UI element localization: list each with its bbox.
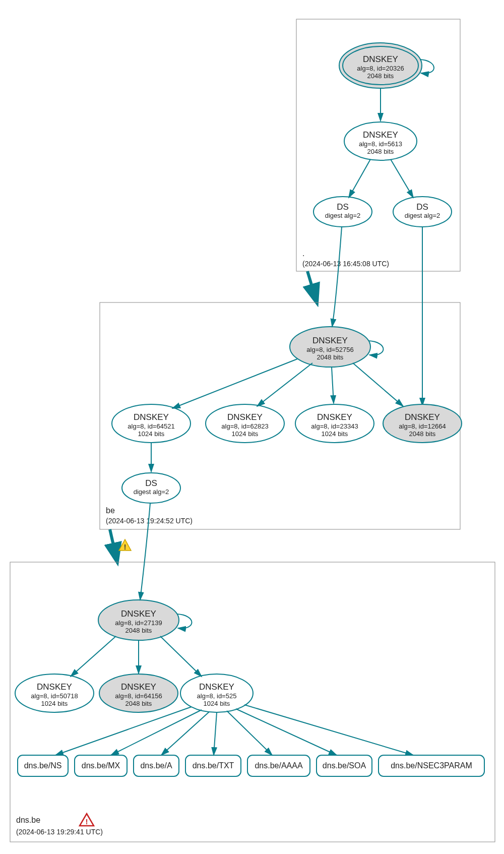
record-a: dns.be/A xyxy=(134,755,179,776)
svg-text:dns.be/SOA: dns.be/SOA xyxy=(323,761,366,770)
edge-root-zsk-ds1 xyxy=(349,159,370,198)
node-be-k2: DNSKEY alg=8, id=62823 1024 bits xyxy=(206,404,284,443)
svg-text:!: ! xyxy=(86,818,88,826)
svg-text:DNSKEY: DNSKEY xyxy=(121,609,156,619)
svg-text:dns.be/NSEC3PARAM: dns.be/NSEC3PARAM xyxy=(391,761,472,770)
edge-ds1-beksk xyxy=(332,227,342,327)
edge-dnsksk-k1 xyxy=(71,636,116,677)
svg-text:alg=8, id=525: alg=8, id=525 xyxy=(197,692,237,700)
svg-text:DNSKEY: DNSKEY xyxy=(363,130,398,140)
node-root-ds2: DS digest alg=2 xyxy=(393,197,452,227)
svg-text:alg=8, id=62823: alg=8, id=62823 xyxy=(221,422,268,430)
svg-text:alg=8, id=23343: alg=8, id=23343 xyxy=(311,422,358,430)
svg-text:1024 bits: 1024 bits xyxy=(322,430,348,438)
edge-deleg-be-dnsbe xyxy=(110,529,117,561)
zone-dnsbe: dns.be (2024-06-13 19:29:41 UTC) ! DNSKE… xyxy=(10,503,495,842)
svg-text:DS: DS xyxy=(145,478,157,488)
edge-k3-txt xyxy=(214,712,217,755)
node-root-zsk: DNSKEY alg=8, id=5613 2048 bits xyxy=(344,122,417,160)
svg-text:DS: DS xyxy=(416,202,428,212)
svg-text:2048 bits: 2048 bits xyxy=(409,430,436,438)
svg-text:DNSKEY: DNSKEY xyxy=(317,412,352,422)
edge-beksk-k2 xyxy=(257,363,312,406)
svg-text:dns.be/AAAA: dns.be/AAAA xyxy=(255,761,303,770)
warning-icon: ! xyxy=(119,539,131,551)
edge-k3-aaaa xyxy=(227,711,272,755)
svg-text:dns.be/TXT: dns.be/TXT xyxy=(193,761,234,770)
svg-text:DNSKEY: DNSKEY xyxy=(199,682,234,692)
edge-deleg-root-be xyxy=(307,271,317,301)
node-be-ds: DS digest alg=2 xyxy=(122,473,180,503)
svg-text:alg=8, id=64156: alg=8, id=64156 xyxy=(115,692,162,700)
svg-text:alg=8, id=5613: alg=8, id=5613 xyxy=(359,140,402,148)
edge-k3-nsec xyxy=(244,705,413,755)
node-be-k3: DNSKEY alg=8, id=23343 1024 bits xyxy=(295,404,374,443)
node-be-ksk: DNSKEY alg=8, id=52756 2048 bits xyxy=(290,327,370,367)
svg-text:alg=8, id=50718: alg=8, id=50718 xyxy=(31,692,78,700)
svg-text:digest alg=2: digest alg=2 xyxy=(134,488,169,496)
edge-dnsksk-k3 xyxy=(160,636,202,677)
node-root-ds1: DS digest alg=2 xyxy=(313,197,372,227)
svg-text:2048 bits: 2048 bits xyxy=(125,627,152,634)
svg-text:1024 bits: 1024 bits xyxy=(138,430,165,438)
svg-text:DNSKEY: DNSKEY xyxy=(405,412,440,422)
svg-text:1024 bits: 1024 bits xyxy=(41,700,68,707)
node-be-k4: DNSKEY alg=8, id=12664 2048 bits xyxy=(383,404,462,443)
node-dns-k1: DNSKEY alg=8, id=50718 1024 bits xyxy=(15,674,94,712)
edge-beksk-k1 xyxy=(172,359,297,408)
svg-text:DNSKEY: DNSKEY xyxy=(227,412,263,422)
node-dns-k2: DNSKEY alg=8, id=64156 2048 bits xyxy=(99,674,178,712)
svg-text:DNSKEY: DNSKEY xyxy=(37,682,72,692)
zone-root-name: . xyxy=(302,249,304,258)
zone-root: . (2024-06-13 16:45:08 UTC) DNSKEY alg=8… xyxy=(296,19,460,271)
edge-k3-mx xyxy=(111,710,202,755)
svg-text:!: ! xyxy=(124,543,127,551)
zone-root-date: (2024-06-13 16:45:08 UTC) xyxy=(302,260,389,268)
svg-text:2048 bits: 2048 bits xyxy=(367,148,394,155)
svg-text:digest alg=2: digest alg=2 xyxy=(405,212,440,219)
svg-text:alg=8, id=12664: alg=8, id=12664 xyxy=(399,422,446,430)
edge-beksk-k4 xyxy=(353,363,403,406)
svg-text:DNSKEY: DNSKEY xyxy=(121,682,156,692)
svg-text:1024 bits: 1024 bits xyxy=(204,700,230,707)
record-aaaa: dns.be/AAAA xyxy=(247,755,310,776)
record-ns: dns.be/NS xyxy=(18,755,68,776)
svg-text:DNSKEY: DNSKEY xyxy=(363,54,398,64)
record-soa: dns.be/SOA xyxy=(317,755,372,776)
edge-beksk-k3 xyxy=(332,367,334,403)
zone-be-name: be xyxy=(106,506,115,515)
node-be-k1: DNSKEY alg=8, id=64521 1024 bits xyxy=(112,404,191,443)
svg-text:DNSKEY: DNSKEY xyxy=(312,336,348,345)
zone-dnsbe-name: dns.be xyxy=(16,816,40,824)
dnssec-graph: . (2024-06-13 16:45:08 UTC) DNSKEY alg=8… xyxy=(0,0,504,854)
edge-k3-soa xyxy=(236,709,337,755)
edge-root-zsk-ds2 xyxy=(391,159,413,198)
record-txt: dns.be/TXT xyxy=(185,755,241,776)
svg-text:2048 bits: 2048 bits xyxy=(367,72,394,80)
svg-text:DS: DS xyxy=(337,202,349,212)
svg-text:DNSKEY: DNSKEY xyxy=(134,412,169,422)
node-dns-ksk: DNSKEY alg=8, id=27139 2048 bits xyxy=(98,600,179,640)
svg-text:1024 bits: 1024 bits xyxy=(232,430,259,438)
svg-text:2048 bits: 2048 bits xyxy=(125,700,152,707)
svg-text:dns.be/A: dns.be/A xyxy=(140,761,172,770)
edge-k3-ns xyxy=(55,707,192,755)
node-root-ksk: DNSKEY alg=8, id=20326 2048 bits xyxy=(339,43,422,88)
svg-text:dns.be/NS: dns.be/NS xyxy=(24,761,62,770)
record-mx: dns.be/MX xyxy=(75,755,127,776)
svg-text:alg=8, id=52756: alg=8, id=52756 xyxy=(306,346,353,353)
zone-dnsbe-date: (2024-06-13 19:29:41 UTC) xyxy=(16,828,103,836)
zone-be: be (2024-06-13 19:24:52 UTC) DNSKEY alg=… xyxy=(100,227,462,529)
svg-text:digest alg=2: digest alg=2 xyxy=(325,212,360,219)
svg-text:alg=8, id=27139: alg=8, id=27139 xyxy=(115,619,162,627)
error-icon: ! xyxy=(80,814,94,826)
record-nsec3param: dns.be/NSEC3PARAM xyxy=(379,755,484,776)
svg-text:dns.be/MX: dns.be/MX xyxy=(82,761,120,770)
svg-text:2048 bits: 2048 bits xyxy=(317,353,344,361)
svg-text:alg=8, id=20326: alg=8, id=20326 xyxy=(357,65,404,72)
svg-text:alg=8, id=64521: alg=8, id=64521 xyxy=(128,422,174,430)
